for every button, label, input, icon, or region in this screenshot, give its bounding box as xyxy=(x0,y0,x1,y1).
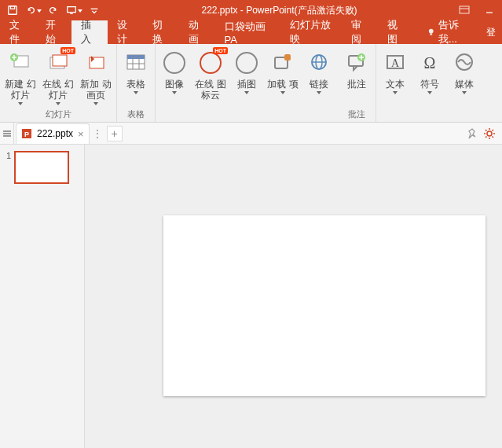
text-icon: A xyxy=(384,53,406,73)
tab-login[interactable]: 登 xyxy=(480,20,502,44)
gear-icon[interactable] xyxy=(483,127,496,140)
group-table: 表格 表格 xyxy=(117,44,156,122)
online-icon-label: 在线 图标云 xyxy=(195,79,226,101)
group-slides: 新建 幻灯片 HOT 在线 幻灯片 新加 动画页 幻灯片 xyxy=(0,44,117,122)
tab-view[interactable]: 视图 xyxy=(378,20,414,44)
media-label: 媒体 xyxy=(455,79,474,90)
redo-button[interactable] xyxy=(44,2,63,19)
table-icon xyxy=(125,53,147,73)
lightbulb-icon xyxy=(427,27,435,38)
comment-button[interactable]: 批注 xyxy=(339,47,374,91)
svg-text:P: P xyxy=(24,130,29,138)
save-button[interactable] xyxy=(3,2,22,19)
svg-rect-35 xyxy=(3,133,11,134)
addins-label: 加载 项 xyxy=(267,79,299,90)
thumbnail-row[interactable]: 1 xyxy=(5,151,79,184)
table-button[interactable]: 表格 xyxy=(119,47,153,96)
tab-tellme[interactable]: 告诉我... xyxy=(417,20,480,44)
new-slide-label: 新建 幻灯片 xyxy=(5,79,36,101)
qat-customize-button[interactable] xyxy=(85,2,104,19)
media-icon xyxy=(453,53,475,73)
quick-access-toolbar xyxy=(3,2,104,19)
svg-rect-4 xyxy=(460,6,469,13)
comment-label: 批注 xyxy=(347,79,366,90)
svg-rect-0 xyxy=(9,6,17,15)
hot-badge-icon: HOT xyxy=(213,47,228,54)
image-icon xyxy=(163,52,185,74)
tab-design[interactable]: 设计 xyxy=(108,20,144,44)
shapes-label: 插图 xyxy=(237,79,256,90)
addins-icon xyxy=(272,53,294,73)
thumb-number: 1 xyxy=(5,151,11,160)
doc-tab-list-button[interactable] xyxy=(0,123,14,144)
svg-rect-36 xyxy=(3,135,11,137)
slide-thumbnail-1[interactable] xyxy=(14,151,69,184)
thumbnail-pane[interactable]: 1 xyxy=(0,145,85,448)
tab-home[interactable]: 开始 xyxy=(36,20,72,44)
tab-review[interactable]: 审阅 xyxy=(342,20,378,44)
shapes-button[interactable]: 插图 xyxy=(229,47,264,96)
tellme-label: 告诉我... xyxy=(438,18,471,46)
tab-file[interactable]: 文件 xyxy=(0,20,36,44)
title-bar: 222.pptx - PowerPoint(产品激活失败) xyxy=(0,0,502,20)
ribbon: 新建 幻灯片 HOT 在线 幻灯片 新加 动画页 幻灯片 表格 表格 xyxy=(0,44,502,123)
symbol-label: 符号 xyxy=(420,79,439,90)
new-slide-button[interactable]: 新建 幻灯片 xyxy=(2,47,39,107)
pin-icon[interactable] xyxy=(466,127,478,140)
group-slides-label: 幻灯片 xyxy=(2,108,115,120)
text-button[interactable]: A 文本 xyxy=(378,47,412,96)
slide-canvas[interactable] xyxy=(163,215,486,396)
svg-rect-17 xyxy=(127,55,145,59)
new-anim-page-button[interactable]: 新加 动画页 xyxy=(77,47,115,107)
new-slide-icon xyxy=(9,53,31,73)
doc-tab-add-button[interactable]: + xyxy=(107,126,123,141)
svg-rect-1 xyxy=(10,6,14,9)
online-slide-button[interactable]: HOT 在线 幻灯片 xyxy=(39,47,77,107)
svg-rect-2 xyxy=(67,7,75,13)
links-button[interactable]: 链接 xyxy=(302,47,336,96)
new-anim-label: 新加 动画页 xyxy=(80,79,112,101)
document-tabs: P 222.pptx × ⋮ + xyxy=(0,123,502,145)
svg-text:Ω: Ω xyxy=(424,54,436,72)
tab-insert[interactable]: 插入 xyxy=(71,20,108,44)
addins-button[interactable]: 加载 项 xyxy=(264,47,302,96)
minimize-button[interactable] xyxy=(480,2,499,19)
online-icon-icon xyxy=(200,52,222,74)
start-from-beginning-button[interactable] xyxy=(64,2,83,19)
ribbon-tabs: 文件 开始 插入 设计 切换 动画 口袋动画 PA 幻灯片放映 审阅 视图 告诉… xyxy=(0,20,502,44)
comment-icon xyxy=(346,53,368,73)
group-images: 图像 HOT 在线 图标云 插图 加载 项 链接 xyxy=(156,44,338,122)
anim-page-icon xyxy=(85,53,107,73)
pptx-file-icon: P xyxy=(21,128,32,139)
tab-animation[interactable]: 动画 xyxy=(179,20,215,44)
svg-point-7 xyxy=(428,29,433,34)
window-title: 222.pptx - PowerPoint(产品激活失败) xyxy=(104,4,455,17)
tab-slideshow[interactable]: 幻灯片放映 xyxy=(280,20,342,44)
group-text: A 文本 Ω 符号 媒体 xyxy=(376,44,483,122)
symbol-button[interactable]: Ω 符号 xyxy=(412,47,447,96)
online-slide-icon xyxy=(47,53,69,73)
hot-badge-icon: HOT xyxy=(60,47,75,54)
window-controls xyxy=(455,2,499,19)
doc-tab-active[interactable]: P 222.pptx × xyxy=(16,123,90,144)
tab-transition[interactable]: 切换 xyxy=(143,20,179,44)
group-comment: 批注 批注 xyxy=(338,44,376,122)
slide-edit-area[interactable] xyxy=(85,145,502,448)
doc-tab-name: 222.pptx xyxy=(37,128,73,139)
table-label: 表格 xyxy=(126,79,145,90)
doc-tab-close-button[interactable]: × xyxy=(78,128,84,140)
group-comment-label: 批注 xyxy=(339,108,374,120)
media-button[interactable]: 媒体 xyxy=(447,47,482,96)
undo-button[interactable] xyxy=(24,2,42,19)
svg-point-39 xyxy=(487,131,492,136)
image-button[interactable]: 图像 xyxy=(157,47,192,96)
svg-text:A: A xyxy=(391,57,400,69)
tab-pocket-anim[interactable]: 口袋动画 PA xyxy=(215,20,281,44)
links-icon xyxy=(308,53,330,73)
group-table-label: 表格 xyxy=(119,108,153,120)
svg-rect-14 xyxy=(53,55,67,66)
ribbon-display-options[interactable] xyxy=(455,2,474,19)
shapes-icon xyxy=(236,52,258,74)
online-icon-button[interactable]: HOT 在线 图标云 xyxy=(192,47,229,102)
doc-list-icon xyxy=(2,129,12,138)
